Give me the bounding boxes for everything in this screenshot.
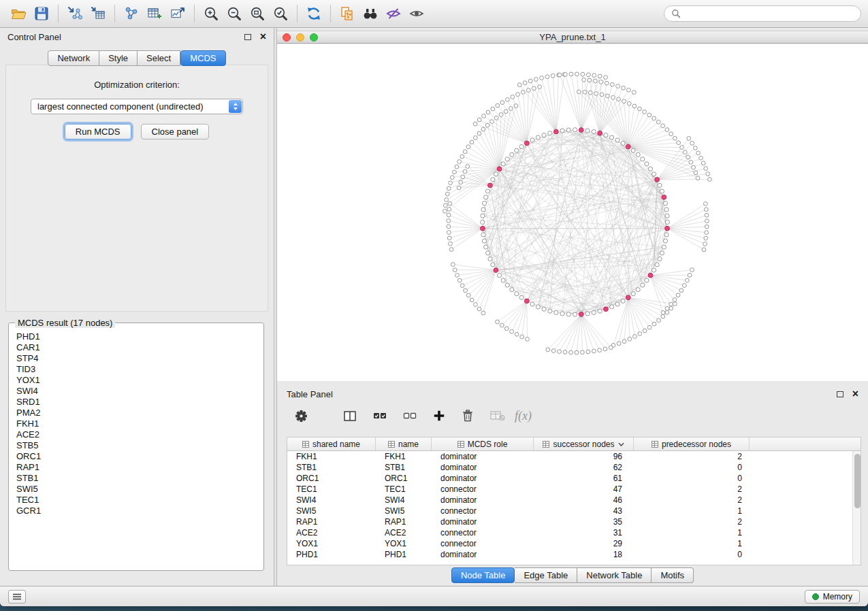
run-mcds-button[interactable]: Run MCDS xyxy=(65,124,131,139)
float-panel-icon[interactable] xyxy=(244,34,251,40)
table-row[interactable]: PHD1PHD1dominator180 xyxy=(287,549,852,560)
close-panel-icon[interactable]: × xyxy=(852,389,858,399)
mcds-result-item[interactable]: FKH1 xyxy=(16,418,256,429)
trash-icon xyxy=(462,409,474,423)
tab-motifs[interactable]: Motifs xyxy=(652,567,694,583)
copy-network-button[interactable] xyxy=(336,3,359,24)
column-header-predecessor-nodes[interactable]: predecessor nodes xyxy=(634,437,750,450)
cell-name: SWI4 xyxy=(376,495,432,505)
optimization-criterion-select[interactable]: largest connected component (undirected) xyxy=(31,99,243,114)
open-session-button[interactable] xyxy=(7,3,30,24)
mcds-result-item[interactable]: TID3 xyxy=(16,364,256,375)
function-builder-button[interactable]: f(x) xyxy=(515,409,532,423)
tab-select[interactable]: Select xyxy=(138,50,180,66)
cell-successor_nodes: 35 xyxy=(534,517,634,527)
list-icon xyxy=(12,593,22,600)
import-table-button[interactable] xyxy=(86,3,110,24)
export-image-button[interactable] xyxy=(166,3,189,24)
mcds-result-item[interactable]: CAR1 xyxy=(16,342,256,353)
table-row[interactable]: ORC1ORC1dominator610 xyxy=(287,473,852,484)
mcds-result-item[interactable]: YOX1 xyxy=(16,375,256,386)
hide-details-button[interactable] xyxy=(382,3,405,24)
control-panel-title: Control Panel xyxy=(7,32,61,42)
table-settings-button[interactable] xyxy=(295,410,308,423)
new-table-button[interactable] xyxy=(143,3,166,24)
save-session-button[interactable] xyxy=(30,3,53,24)
mcds-result-item[interactable]: STB1 xyxy=(16,473,256,484)
control-panel-tabbar: Network Style Select MCDS xyxy=(0,50,274,66)
mcds-result-item[interactable]: SRD1 xyxy=(16,397,256,408)
zoom-out-button[interactable] xyxy=(223,3,246,24)
mcds-result-item[interactable]: PMA2 xyxy=(16,408,256,418)
zoom-in-icon xyxy=(203,5,219,22)
import-network-button[interactable] xyxy=(63,3,86,24)
cell-mcds_role: dominator xyxy=(432,463,534,472)
deselect-all-button[interactable] xyxy=(403,411,417,420)
task-history-button[interactable] xyxy=(8,590,26,604)
table-row[interactable]: STB1STB1dominator620 xyxy=(287,462,852,473)
column-header-mcds-role[interactable]: MCDS role xyxy=(432,437,534,450)
import-table-icon xyxy=(90,5,106,22)
tab-edge-table[interactable]: Edge Table xyxy=(515,567,577,583)
tab-network[interactable]: Network xyxy=(48,50,99,66)
select-all-button[interactable] xyxy=(373,411,387,420)
memory-button[interactable]: Memory xyxy=(805,590,860,604)
zoom-selected-button[interactable] xyxy=(269,3,292,24)
tab-node-table[interactable]: Node Table xyxy=(451,567,515,583)
table-row[interactable]: ACE2ACE2connector311 xyxy=(287,527,852,538)
mcds-result-item[interactable]: SWI4 xyxy=(16,386,256,397)
minimize-window-button[interactable] xyxy=(296,33,304,42)
tab-network-table[interactable]: Network Table xyxy=(577,567,652,583)
close-panel-icon[interactable]: × xyxy=(260,31,266,42)
cell-successor_nodes: 47 xyxy=(534,484,634,494)
mcds-result-item[interactable]: PHD1 xyxy=(16,331,256,342)
zoom-fit-button[interactable] xyxy=(246,3,269,24)
delete-column-button[interactable] xyxy=(462,409,474,423)
column-header-successor-nodes[interactable]: successor nodes xyxy=(534,437,634,450)
network-graph[interactable] xyxy=(277,44,868,381)
mcds-result-item[interactable]: GCR1 xyxy=(16,506,256,516)
search-input[interactable] xyxy=(685,9,854,18)
close-panel-button[interactable]: Close panel xyxy=(141,124,210,139)
column-header-name[interactable]: name xyxy=(376,437,432,450)
mcds-result-item[interactable]: ACE2 xyxy=(16,429,256,440)
table-row[interactable]: TEC1TEC1connector472 xyxy=(287,484,852,495)
cell-predecessor_nodes: 0 xyxy=(634,474,750,483)
cell-shared_name: ACE2 xyxy=(287,528,376,538)
scrollbar-thumb[interactable] xyxy=(854,454,861,508)
show-details-button[interactable] xyxy=(405,3,428,24)
tab-style[interactable]: Style xyxy=(99,50,138,66)
mcds-result-item[interactable]: ORC1 xyxy=(16,451,256,462)
cell-predecessor_nodes: 1 xyxy=(634,539,750,548)
refresh-layout-button[interactable] xyxy=(302,3,325,24)
zoom-in-button[interactable] xyxy=(199,3,223,24)
maximize-window-button[interactable] xyxy=(310,33,318,42)
cell-name: TEC1 xyxy=(376,484,432,494)
search-neighbors-button[interactable] xyxy=(359,3,382,24)
new-network-button[interactable] xyxy=(120,3,143,24)
show-columns-button[interactable] xyxy=(343,410,357,423)
mcds-result-item[interactable]: TEC1 xyxy=(16,495,256,506)
mcds-result-item[interactable]: RAP1 xyxy=(16,462,256,473)
mcds-result-item[interactable]: STB5 xyxy=(16,440,256,451)
network-canvas[interactable] xyxy=(277,44,868,381)
table-row[interactable]: YOX1YOX1connector291 xyxy=(287,538,852,549)
table-row[interactable]: FKH1FKH1dominator962 xyxy=(287,451,852,462)
table-header-row: shared name name xyxy=(287,437,861,451)
cell-successor_nodes: 29 xyxy=(534,539,634,548)
cell-mcds_role: dominator xyxy=(432,474,534,483)
table-row[interactable]: SWI4SWI4dominator462 xyxy=(287,495,852,506)
save-icon xyxy=(33,5,50,22)
table-row[interactable]: SWI5SWI5connector431 xyxy=(287,506,852,516)
table-row[interactable]: RAP1RAP1dominator352 xyxy=(287,516,852,527)
folder-open-icon xyxy=(10,5,27,22)
column-header-shared-name[interactable]: shared name xyxy=(287,437,376,450)
add-column-button[interactable] xyxy=(433,410,445,422)
mcds-result-item[interactable]: SWI5 xyxy=(16,484,256,495)
network-window-titlebar[interactable]: YPA_prune.txt_1 xyxy=(277,31,868,44)
tab-mcds[interactable]: MCDS xyxy=(180,50,225,66)
close-window-button[interactable] xyxy=(283,33,291,42)
float-panel-icon[interactable] xyxy=(837,391,843,397)
mcds-result-item[interactable]: STP4 xyxy=(16,353,256,364)
table-scrollbar[interactable] xyxy=(852,451,861,565)
